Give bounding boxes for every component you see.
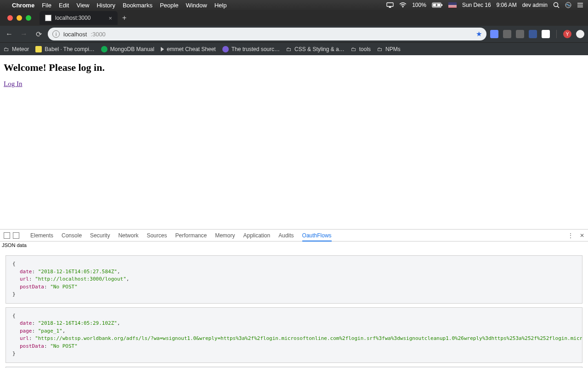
bookmark-item[interactable]: The trusted sourc… [222,46,280,52]
tab-title: localhost:3000 [55,15,90,21]
airplay-icon[interactable] [386,2,394,8]
devtools-panel: Elements Console Security Network Source… [0,229,588,368]
window-close-button[interactable] [7,15,13,21]
svg-point-2 [402,7,403,8]
svg-rect-10 [448,6,457,6]
menubar-time[interactable]: 9:06 AM [497,2,517,8]
favicon-icon [35,46,42,52]
menu-people[interactable]: People [160,2,178,9]
bookmark-item[interactable]: 🗀tools [351,46,371,52]
devtools-tab-application[interactable]: Application [243,232,271,239]
chrome-toolbar: ← → ⟳ i localhost:3000 ★ Y [0,26,588,42]
bookmark-item[interactable]: MongoDB Manual [101,46,154,52]
menu-window[interactable]: Window [186,2,207,9]
menubar-date[interactable]: Sun Dec 16 [462,2,491,8]
siri-icon[interactable] [565,2,571,8]
url-host: localhost [63,31,87,38]
menu-edit[interactable]: Edit [59,2,69,9]
extension-icons: Y [490,30,584,38]
favicon-icon [101,46,107,52]
devtools-tab-oauthflows[interactable]: OauthFlows [302,232,332,242]
svg-rect-11 [448,7,457,7]
devtools-close-icon[interactable]: ✕ [580,232,584,239]
devtools-body[interactable]: {date: "2018-12-16T14:05:27.584Z",url: "… [0,249,588,368]
login-link[interactable]: Log In [4,80,22,87]
devtools-sublabel: JSON data [0,242,588,249]
extension-icon[interactable] [542,30,550,38]
json-log-entry: {date: "2018-12-16T14:05:29.102Z",page: … [6,307,582,363]
notification-center-icon[interactable] [577,2,583,8]
menu-view[interactable]: View [76,2,89,9]
spotlight-icon[interactable] [553,2,560,8]
tab-favicon-icon [45,15,51,21]
svg-point-12 [554,3,558,7]
bookmark-item[interactable]: emmet Cheat Sheet [161,46,216,52]
bookmark-item[interactable]: Babel · The compi… [35,46,95,52]
menu-help[interactable]: Help [215,2,227,9]
svg-rect-9 [448,5,457,6]
svg-rect-0 [387,3,393,6]
bookmark-item[interactable]: 🗀NPMs [377,46,401,52]
json-log-entry: {date: "2018-12-16T14:05:40.724Z",page: … [6,367,582,368]
extension-icon[interactable] [516,30,524,38]
page-content: Welcome! Please log in. Log In [0,55,588,229]
devtools-tab-sources[interactable]: Sources [147,232,167,239]
browser-tab[interactable]: localhost:3000 × [40,11,118,25]
bookmark-item[interactable]: 🗀Meteor [4,46,29,52]
window-controls [4,15,35,21]
devtools-tab-audits[interactable]: Audits [278,232,294,239]
window-zoom-button[interactable] [26,15,31,21]
device-toolbar-icon[interactable] [13,232,19,239]
devtools-tab-memory[interactable]: Memory [215,232,235,239]
bookmark-item[interactable]: 🗀CSS & Styling & a… [286,46,345,52]
profile-avatar-icon[interactable]: Y [563,30,571,38]
address-bar[interactable]: i localhost:3000 ★ [48,28,486,40]
window-minimize-button[interactable] [17,15,22,21]
profile-guest-icon[interactable] [576,30,584,38]
separator [556,30,557,38]
favicon-icon [161,47,164,52]
devtools-tabs: Elements Console Security Network Source… [0,230,588,242]
back-button[interactable]: ← [4,29,15,40]
battery-icon[interactable] [432,2,443,8]
menu-history[interactable]: History [96,2,115,9]
devtools-more-icon[interactable]: ⋮ [568,232,573,239]
devtools-tab-performance[interactable]: Performance [175,232,207,239]
site-info-icon[interactable]: i [52,30,60,38]
reload-button[interactable]: ⟳ [33,29,44,40]
extension-icon[interactable] [529,30,537,38]
devtools-tab-security[interactable]: Security [90,232,110,239]
menu-file[interactable]: File [42,2,51,9]
folder-icon: 🗀 [286,46,292,52]
new-tab-button[interactable]: + [118,14,131,22]
mac-menubar: Chrome File Edit View History Bookmarks … [0,0,588,10]
devtools-tab-elements[interactable]: Elements [30,232,53,239]
menubar-app-name[interactable]: Chrome [12,2,34,9]
forward-button[interactable]: → [18,29,29,40]
bookmarks-bar: 🗀Meteor Babel · The compi… MongoDB Manua… [0,42,588,55]
folder-icon: 🗀 [4,46,9,52]
page-heading: Welcome! Please log in. [4,62,584,74]
tab-close-button[interactable]: × [108,15,112,22]
devtools-tab-console[interactable]: Console [62,232,82,239]
menu-bookmarks[interactable]: Bookmarks [123,2,153,9]
devtools-tab-network[interactable]: Network [118,232,138,239]
extension-icon[interactable] [490,30,498,38]
svg-line-13 [558,6,560,8]
svg-rect-5 [441,4,442,6]
wifi-icon[interactable] [399,2,407,8]
folder-icon: 🗀 [377,46,383,52]
folder-icon: 🗀 [351,46,356,52]
favicon-icon [222,46,229,52]
bookmark-star-icon[interactable]: ★ [476,30,482,38]
json-log-entry: {date: "2018-12-16T14:05:27.584Z",url: "… [6,255,582,304]
chrome-tab-strip: localhost:3000 × + [0,10,588,26]
url-path: :3000 [90,31,106,38]
menubar-user[interactable]: dev admin [522,2,548,8]
flag-icon[interactable] [448,2,457,8]
inspect-element-icon[interactable] [4,232,10,239]
battery-percent: 100% [412,2,426,8]
extension-icon[interactable] [503,30,511,38]
